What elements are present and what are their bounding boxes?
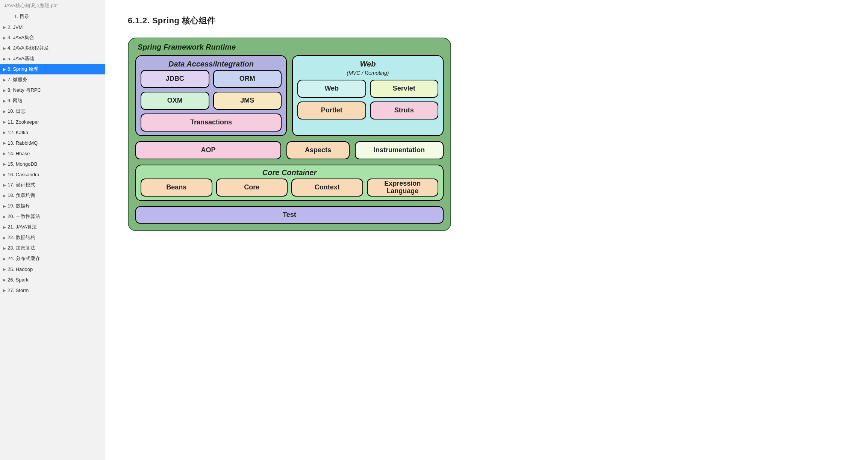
toc-item-label: 2. JVM bbox=[8, 24, 23, 30]
toc-item-label: 5. JAVA基础 bbox=[8, 55, 34, 62]
web-panel: Web (MVC / Remoting) Web Servlet Portlet… bbox=[292, 55, 444, 136]
toc-item-18[interactable]: ▶19. 数据库 bbox=[0, 201, 105, 211]
toc-item-11[interactable]: ▶12. Kafka bbox=[0, 127, 105, 138]
instrumentation-chip: Instrumentation bbox=[355, 141, 444, 159]
toc-item-label: 3. JAVA集合 bbox=[8, 34, 34, 41]
toc-item-3[interactable]: ▶4. JAVA多线程并发 bbox=[0, 43, 105, 53]
toc-item-22[interactable]: ▶23. 加密算法 bbox=[0, 243, 105, 253]
runtime-panel: Spring Framework Runtime Data Access/Int… bbox=[128, 38, 451, 231]
toc-item-label: 23. 加密算法 bbox=[8, 245, 35, 251]
toc-item-12[interactable]: ▶13. RabbitMQ bbox=[0, 138, 105, 148]
toc-item-label: 24. 分布式缓存 bbox=[8, 255, 40, 262]
toc-item-2[interactable]: ▶3. JAVA集合 bbox=[0, 32, 105, 43]
toc-item-10[interactable]: ▶11. Zookeeper bbox=[0, 117, 105, 127]
toc-item-label: 8. Netty 与RPC bbox=[8, 87, 41, 94]
toc-item-label: 25. Hadoop bbox=[8, 266, 33, 272]
toc-item-6[interactable]: ▶7. 微服务 bbox=[0, 74, 105, 85]
toc-item-26[interactable]: ▶27. Storm bbox=[0, 285, 105, 295]
chevron-right-icon: ▶ bbox=[2, 204, 7, 208]
toc-item-label: 9. 网络 bbox=[8, 97, 23, 104]
toc-item-17[interactable]: ▶18. 负载均衡 bbox=[0, 190, 105, 201]
toc-item-8[interactable]: ▶9. 网络 bbox=[0, 95, 105, 106]
toc-item-label: 22. 数据结构 bbox=[8, 234, 35, 241]
core-container-panel: Core Container Beans Core Context Expres… bbox=[135, 165, 444, 201]
web-chip: Web bbox=[297, 80, 366, 98]
core-container-title: Core Container bbox=[141, 168, 438, 177]
toc-item-4[interactable]: ▶5. JAVA基础 bbox=[0, 53, 105, 64]
toc-item-label: 1. 目录 bbox=[14, 13, 29, 20]
test-chip: Test bbox=[135, 206, 444, 224]
toc-item-23[interactable]: ▶24. 分布式缓存 bbox=[0, 253, 105, 264]
runtime-title: Spring Framework Runtime bbox=[135, 42, 444, 55]
chevron-right-icon: ▶ bbox=[2, 215, 7, 219]
toc-item-label: 13. RabbitMQ bbox=[8, 140, 38, 146]
chevron-right-icon: ▶ bbox=[2, 36, 7, 40]
chevron-right-icon: ▶ bbox=[2, 130, 7, 135]
main-content: 6.1.2. Spring 核心组件 Spring Framework Runt… bbox=[105, 0, 868, 460]
struts-chip: Struts bbox=[370, 101, 439, 120]
toc-item-label: 19. 数据库 bbox=[8, 203, 30, 209]
toc-item-label: 14. Hbase bbox=[8, 151, 30, 156]
chevron-right-icon: ▶ bbox=[2, 67, 7, 71]
toc-item-label: 6. Spring 原理 bbox=[8, 66, 38, 73]
servlet-chip: Servlet bbox=[370, 80, 439, 98]
core-chip: Core bbox=[216, 179, 288, 197]
oxm-chip: OXM bbox=[141, 92, 209, 110]
toc-item-label: 11. Zookeeper bbox=[8, 119, 39, 125]
jms-chip: JMS bbox=[213, 92, 282, 110]
chevron-right-icon: ▶ bbox=[2, 99, 7, 103]
toc-item-0[interactable]: 1. 目录 bbox=[0, 11, 105, 22]
toc-item-label: 15. MongoDB bbox=[8, 161, 38, 167]
sidebar: JAVA核心知识点整理.pdf 1. 目录▶2. JVM▶3. JAVA集合▶4… bbox=[0, 0, 105, 460]
toc-item-21[interactable]: ▶22. 数据结构 bbox=[0, 232, 105, 243]
beans-chip: Beans bbox=[141, 179, 212, 197]
chevron-right-icon: ▶ bbox=[2, 151, 7, 156]
document-title: JAVA核心知识点整理.pdf bbox=[0, 0, 105, 11]
toc-item-25[interactable]: ▶26. Spark bbox=[0, 274, 105, 285]
toc-item-label: 27. Storm bbox=[8, 288, 29, 293]
toc-item-13[interactable]: ▶14. Hbase bbox=[0, 148, 105, 159]
toc-item-19[interactable]: ▶20. 一致性算法 bbox=[0, 211, 105, 222]
toc-item-20[interactable]: ▶21. JAVA算法 bbox=[0, 222, 105, 232]
chevron-right-icon: ▶ bbox=[2, 120, 7, 124]
chevron-right-icon: ▶ bbox=[2, 162, 7, 166]
chevron-right-icon: ▶ bbox=[2, 183, 7, 187]
aspects-chip: Aspects bbox=[286, 141, 350, 159]
toc-item-label: 18. 负载均衡 bbox=[8, 192, 35, 199]
toc-item-label: 16. Cassandra bbox=[8, 172, 39, 177]
chevron-right-icon: ▶ bbox=[2, 267, 7, 271]
toc-item-5[interactable]: ▶6. Spring 原理 bbox=[0, 64, 105, 74]
web-title: Web bbox=[297, 60, 438, 68]
chevron-right-icon: ▶ bbox=[2, 88, 7, 92]
toc-item-16[interactable]: ▶17. 设计模式 bbox=[0, 180, 105, 190]
toc-item-15[interactable]: ▶16. Cassandra bbox=[0, 169, 105, 180]
toc-item-24[interactable]: ▶25. Hadoop bbox=[0, 264, 105, 274]
chevron-right-icon: ▶ bbox=[2, 46, 7, 50]
chevron-right-icon: ▶ bbox=[2, 172, 7, 177]
chevron-right-icon: ▶ bbox=[2, 78, 7, 82]
toc-item-label: 10. 日志 bbox=[8, 108, 26, 115]
toc-item-label: 12. Kafka bbox=[8, 130, 28, 135]
toc-item-label: 4. JAVA多线程并发 bbox=[8, 45, 49, 51]
chevron-right-icon: ▶ bbox=[2, 225, 7, 229]
context-chip: Context bbox=[291, 179, 363, 197]
chevron-right-icon: ▶ bbox=[2, 25, 7, 29]
section-title: 6.1.2. Spring 核心组件 bbox=[128, 15, 845, 26]
orm-chip: ORM bbox=[213, 70, 282, 88]
toc-item-1[interactable]: ▶2. JVM bbox=[0, 22, 105, 32]
top-row: Data Access/Integration JDBC ORM OXM JMS… bbox=[135, 55, 444, 136]
transactions-chip: Transactions bbox=[141, 113, 282, 132]
toc-item-14[interactable]: ▶15. MongoDB bbox=[0, 159, 105, 169]
toc-item-label: 17. 设计模式 bbox=[8, 182, 35, 188]
jdbc-chip: JDBC bbox=[141, 70, 209, 88]
toc-item-9[interactable]: ▶10. 日志 bbox=[0, 106, 105, 117]
toc-item-label: 26. Spark bbox=[8, 277, 29, 283]
portlet-chip: Portlet bbox=[297, 101, 366, 120]
chevron-right-icon: ▶ bbox=[2, 257, 7, 261]
data-access-title: Data Access/Integration bbox=[141, 60, 282, 68]
toc-item-7[interactable]: ▶8. Netty 与RPC bbox=[0, 85, 105, 95]
toc-item-label: 21. JAVA算法 bbox=[8, 224, 37, 230]
toc-item-label: 20. 一致性算法 bbox=[8, 213, 40, 220]
chevron-right-icon: ▶ bbox=[2, 141, 7, 145]
chevron-right-icon: ▶ bbox=[2, 236, 7, 240]
